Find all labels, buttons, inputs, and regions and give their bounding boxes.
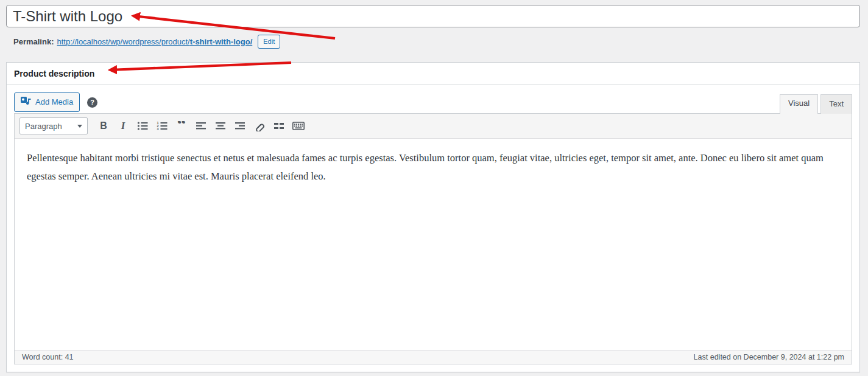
- panel-header: Product description: [7, 63, 859, 85]
- editor-status-bar: Word count: 41 Last edited on December 9…: [15, 350, 852, 364]
- paragraph-format-select[interactable]: Paragraph: [19, 117, 88, 134]
- permalink-label: Permalink:: [13, 37, 54, 46]
- word-count-value: 41: [65, 353, 74, 361]
- align-right-button[interactable]: [231, 118, 249, 134]
- add-media-label: Add Media: [35, 97, 73, 108]
- media-buttons: Add Media ?: [14, 92, 97, 112]
- tab-text[interactable]: Text: [820, 94, 852, 114]
- chevron-down-icon: [77, 125, 82, 128]
- editor-container: Paragraph B I: [14, 113, 852, 364]
- read-more-icon: [273, 121, 284, 131]
- tab-visual[interactable]: Visual: [780, 94, 818, 114]
- format-select-value: Paragraph: [25, 122, 62, 131]
- numbered-list-icon: 1 2 3: [157, 121, 168, 131]
- edit-permalink-button[interactable]: Edit: [258, 35, 280, 49]
- permalink-row: Permalink: http://localhost/wp/wordpress…: [13, 34, 860, 49]
- word-count: Word count: 41: [22, 353, 74, 361]
- permalink-url-base: http://localhost/wp/wordpress/product/: [57, 37, 189, 46]
- permalink-link[interactable]: http://localhost/wp/wordpress/product/t-…: [57, 37, 252, 46]
- editor-content-area[interactable]: Pellentesque habitant morbi tristique se…: [15, 139, 852, 350]
- help-icon[interactable]: ?: [87, 97, 97, 108]
- bold-icon: B: [100, 120, 107, 131]
- italic-button[interactable]: I: [114, 118, 132, 134]
- add-media-button[interactable]: Add Media: [14, 92, 80, 112]
- align-center-icon: [215, 121, 226, 131]
- blockquote-button[interactable]: “: [172, 118, 191, 134]
- bulleted-list-button[interactable]: [133, 118, 152, 134]
- align-left-icon: [196, 121, 206, 131]
- panel-title: Product description: [14, 69, 94, 78]
- permalink-url-slug: t-shirt-with-logo/: [190, 37, 253, 46]
- editor-tools: Add Media ? Visual Text: [14, 92, 852, 113]
- italic-icon: I: [121, 120, 125, 132]
- keyboard-icon: [292, 121, 305, 131]
- panel-body: Add Media ? Visual Text Paragraph B: [7, 85, 859, 372]
- align-center-button[interactable]: [211, 118, 230, 134]
- editor-mode-tabs: Visual Text: [777, 94, 852, 114]
- description-paragraph: Pellentesque habitant morbi tristique se…: [27, 149, 839, 186]
- bold-button[interactable]: B: [94, 118, 113, 134]
- editor-toolbar: Paragraph B I: [15, 114, 852, 139]
- keyboard-button[interactable]: [289, 118, 308, 134]
- product-edit-page: Permalink: http://localhost/wp/wordpress…: [0, 0, 868, 372]
- insert-link-button[interactable]: [250, 118, 269, 134]
- product-title-input[interactable]: [6, 5, 860, 27]
- blockquote-icon: “: [177, 121, 186, 131]
- align-left-button[interactable]: [192, 118, 210, 134]
- svg-text:3: 3: [157, 127, 159, 131]
- link-icon: [254, 120, 265, 131]
- product-description-panel: Product description Add Media: [6, 62, 860, 372]
- last-edited: Last edited on December 9, 2024 at 1:22 …: [694, 353, 844, 361]
- bulleted-list-icon: [137, 121, 148, 131]
- align-right-icon: [235, 121, 245, 131]
- numbered-list-button[interactable]: 1 2 3: [153, 118, 171, 134]
- read-more-button[interactable]: [270, 118, 288, 134]
- word-count-label: Word count:: [22, 353, 63, 361]
- media-icon: [21, 96, 32, 108]
